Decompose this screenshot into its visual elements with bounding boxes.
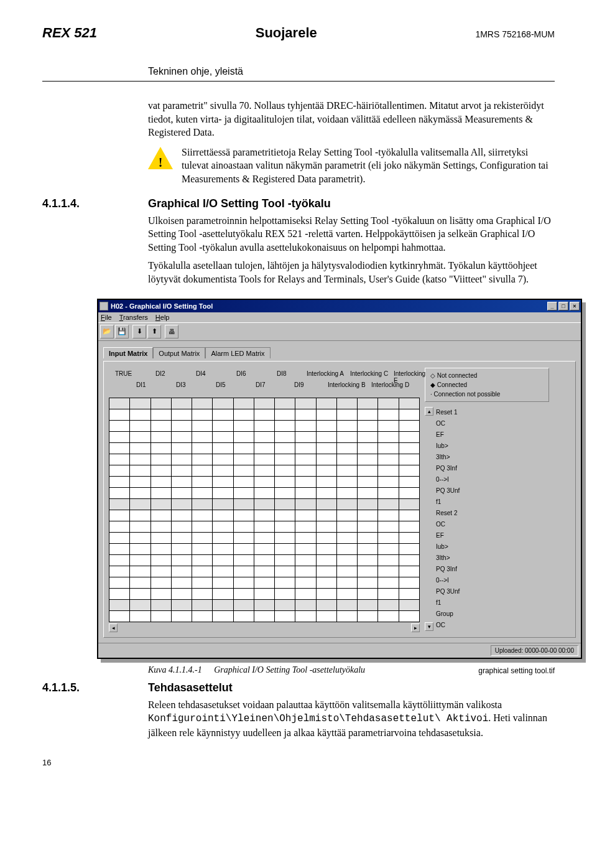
matrix-cell[interactable]	[254, 589, 275, 600]
matrix-cell[interactable]	[337, 589, 358, 600]
matrix-cell[interactable]	[192, 533, 213, 544]
matrix-cell[interactable]	[399, 432, 420, 443]
matrix-cell[interactable]	[172, 398, 192, 409]
matrix-cell[interactable]	[109, 488, 130, 499]
matrix-cell[interactable]	[399, 600, 420, 611]
matrix-cell[interactable]	[358, 409, 378, 421]
matrix-cell[interactable]	[234, 499, 254, 510]
matrix-cell[interactable]	[192, 510, 213, 521]
matrix-cell[interactable]	[109, 544, 130, 555]
matrix-cell[interactable]	[151, 421, 172, 432]
matrix-cell[interactable]	[192, 465, 213, 477]
matrix-cell[interactable]	[234, 521, 254, 533]
matrix-cell[interactable]	[172, 477, 192, 488]
matrix-cell[interactable]	[295, 510, 316, 521]
matrix-cell[interactable]	[130, 600, 150, 611]
matrix-cell[interactable]	[109, 443, 130, 454]
matrix-cell[interactable]	[399, 477, 420, 488]
matrix-cell[interactable]	[151, 409, 172, 421]
matrix-cell[interactable]	[254, 398, 275, 409]
toolbar-download-icon[interactable]: ⬇	[132, 325, 146, 338]
matrix-cell[interactable]	[275, 577, 295, 589]
matrix-cell[interactable]	[234, 600, 254, 611]
matrix-cell[interactable]	[130, 499, 150, 510]
matrix-cell[interactable]	[317, 398, 337, 409]
matrix-cell[interactable]	[275, 521, 295, 533]
matrix-cell[interactable]	[337, 443, 358, 454]
matrix-cell[interactable]	[151, 432, 172, 443]
matrix-cell[interactable]	[151, 465, 172, 477]
matrix-cell[interactable]	[109, 409, 130, 421]
matrix-cell[interactable]	[172, 421, 192, 432]
matrix-cell[interactable]	[172, 555, 192, 566]
matrix-cell[interactable]	[317, 611, 337, 622]
matrix-cell[interactable]	[109, 510, 130, 521]
matrix-cell[interactable]	[254, 544, 275, 555]
matrix-cell[interactable]	[317, 499, 337, 510]
matrix-cell[interactable]	[172, 611, 192, 622]
matrix-cell[interactable]	[317, 454, 337, 465]
matrix-cell[interactable]	[358, 398, 378, 409]
tab-output-matrix[interactable]: Output Matrix	[153, 347, 205, 358]
matrix-cell[interactable]	[295, 443, 316, 454]
matrix-cell[interactable]	[213, 521, 233, 533]
matrix-cell[interactable]	[399, 398, 420, 409]
scroll-down-icon[interactable]: ▾	[425, 622, 433, 631]
maximize-button[interactable]: □	[558, 302, 568, 310]
matrix-cell[interactable]	[399, 566, 420, 577]
matrix-cell[interactable]	[234, 533, 254, 544]
matrix-cell[interactable]	[399, 611, 420, 622]
matrix-cell[interactable]	[172, 488, 192, 499]
tab-alarm-led[interactable]: Alarm LED Matrix	[205, 347, 270, 358]
close-button[interactable]: ×	[570, 302, 580, 310]
matrix-cell[interactable]	[130, 611, 150, 622]
tab-input-matrix[interactable]: Input Matrix	[103, 347, 153, 358]
matrix-cell[interactable]	[399, 488, 420, 499]
matrix-cell[interactable]	[234, 510, 254, 521]
matrix-cell[interactable]	[192, 600, 213, 611]
matrix-cell[interactable]	[337, 544, 358, 555]
matrix-cell[interactable]	[378, 477, 399, 488]
matrix-cell[interactable]	[337, 577, 358, 589]
matrix-cell[interactable]	[358, 521, 378, 533]
matrix-cell[interactable]	[317, 421, 337, 432]
matrix-cell[interactable]	[130, 398, 150, 409]
matrix-cell[interactable]	[234, 566, 254, 577]
matrix-cell[interactable]	[151, 589, 172, 600]
matrix-cell[interactable]	[254, 409, 275, 421]
matrix-cell[interactable]	[109, 611, 130, 622]
matrix-cell[interactable]	[151, 398, 172, 409]
matrix-cell[interactable]	[192, 577, 213, 589]
matrix-cell[interactable]	[213, 600, 233, 611]
matrix-cell[interactable]	[130, 533, 150, 544]
matrix-cell[interactable]	[337, 421, 358, 432]
matrix-cell[interactable]	[234, 409, 254, 421]
toolbar-open-icon[interactable]: 📂	[100, 325, 114, 338]
menu-help[interactable]: Help	[155, 314, 170, 321]
matrix-cell[interactable]	[378, 443, 399, 454]
matrix-cell[interactable]	[399, 465, 420, 477]
matrix-cell[interactable]	[317, 443, 337, 454]
matrix-cell[interactable]	[151, 499, 172, 510]
matrix-cell[interactable]	[317, 432, 337, 443]
matrix-cell[interactable]	[317, 577, 337, 589]
matrix-cell[interactable]	[399, 443, 420, 454]
matrix-cell[interactable]	[234, 465, 254, 477]
matrix-cell[interactable]	[358, 589, 378, 600]
matrix-cell[interactable]	[213, 566, 233, 577]
matrix-cell[interactable]	[275, 555, 295, 566]
matrix-cell[interactable]	[275, 544, 295, 555]
matrix-cell[interactable]	[358, 577, 378, 589]
matrix-cell[interactable]	[151, 544, 172, 555]
matrix-cell[interactable]	[192, 499, 213, 510]
matrix-cell[interactable]	[109, 465, 130, 477]
matrix-cell[interactable]	[399, 510, 420, 521]
matrix-cell[interactable]	[254, 499, 275, 510]
toolbar-print-icon[interactable]: 🖶	[165, 325, 178, 338]
matrix-cell[interactable]	[254, 454, 275, 465]
matrix-cell[interactable]	[358, 566, 378, 577]
matrix-cell[interactable]	[337, 600, 358, 611]
matrix-cell[interactable]	[109, 589, 130, 600]
matrix-cell[interactable]	[317, 409, 337, 421]
matrix-cell[interactable]	[337, 454, 358, 465]
